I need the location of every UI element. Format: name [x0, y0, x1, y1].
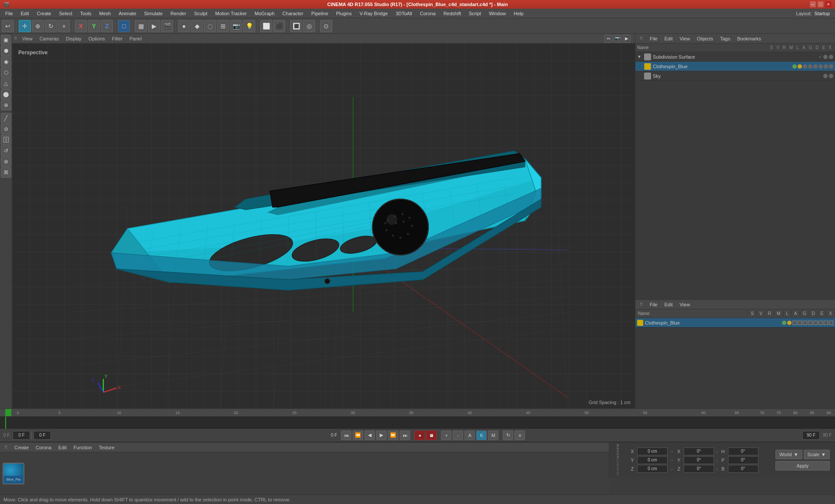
menu-mesh[interactable]: Mesh — [96, 10, 114, 17]
menu-tools[interactable]: Tools — [77, 10, 95, 17]
timeline-start-marker[interactable] — [5, 409, 11, 417]
tc-loop-btn[interactable]: ↻ — [503, 431, 513, 440]
undo-button[interactable]: ↩ — [2, 20, 14, 32]
coord-p-field[interactable]: 0° — [728, 456, 758, 464]
left-btn-4[interactable]: ⬡ — [1, 67, 11, 78]
coord-world-dropdown[interactable]: World ▼ — [775, 450, 802, 459]
menu-mograph[interactable]: MoGraph — [251, 10, 278, 17]
coord-z-rot[interactable]: 0° — [684, 465, 714, 473]
x-axis-btn[interactable]: X — [75, 20, 87, 32]
coord-apply-button[interactable]: Apply — [775, 461, 830, 471]
mat-swatch-blue[interactable]: Blue_Pla — [3, 463, 24, 484]
om-menu-tags[interactable]: Tags — [718, 35, 733, 42]
left-btn-12[interactable]: ⊛ — [1, 156, 11, 167]
coord-y-rot[interactable]: 0° — [684, 456, 714, 464]
left-btn-9[interactable]: ⊘ — [1, 124, 11, 134]
coord-b-field[interactable]: 0° — [728, 465, 758, 473]
menu-help[interactable]: Help — [510, 10, 527, 17]
coord-x-pos[interactable]: 0 cm — [637, 448, 668, 455]
polygon-btn[interactable]: ◆ — [191, 20, 203, 32]
menu-vray[interactable]: V-Ray Bridge — [356, 10, 391, 17]
menu-file[interactable]: File — [2, 10, 17, 17]
tab-view[interactable]: View — [19, 35, 36, 42]
floor-btn[interactable]: ⬜ — [260, 20, 272, 32]
menu-corona[interactable]: Corona — [417, 10, 439, 17]
viewport-3d[interactable]: Perspective Grid Spacing : 1 cm — [12, 43, 635, 408]
menu-motion-tracker[interactable]: Motion Tracker — [212, 10, 250, 17]
mat-menu-texture[interactable]: Texture — [96, 444, 117, 451]
tc-stop-btn[interactable]: ⏹ — [426, 431, 437, 440]
y-axis-btn[interactable]: Y — [88, 20, 100, 32]
render-btn[interactable]: 🎬 — [161, 20, 173, 32]
left-btn-10[interactable]: 🅂 — [1, 135, 11, 145]
left-btn-1[interactable]: ▣ — [1, 35, 11, 45]
close-button[interactable]: ✕ — [825, 1, 832, 7]
menu-3dtoall[interactable]: 3DToAll — [392, 10, 416, 17]
menu-sculpt[interactable]: Sculpt — [190, 10, 211, 17]
om-item-clothespin[interactable]: Clothespin_Blue — [635, 62, 835, 71]
left-btn-11[interactable]: ↺ — [1, 146, 11, 156]
menu-render[interactable]: Render — [167, 10, 190, 17]
tc-key-remove-btn[interactable]: - — [453, 431, 463, 440]
mat-menu-corona[interactable]: Corona — [33, 444, 54, 451]
maximize-button[interactable]: □ — [818, 1, 824, 7]
menu-edit[interactable]: Edit — [17, 10, 33, 17]
menu-simulate[interactable]: Simulate — [140, 10, 166, 17]
sphere-btn[interactable]: ● — [178, 20, 190, 32]
texture-btn[interactable]: 🔳 — [290, 20, 302, 32]
om-expand-subdivision[interactable]: ▼ — [637, 54, 642, 60]
render-region-btn[interactable]: ▦ — [135, 20, 147, 32]
om-menu-view[interactable]: View — [677, 35, 693, 42]
vp-expand-btn[interactable]: ⇔ — [605, 35, 612, 43]
om-item-subdivision[interactable]: ▼ Subdivision Surface ✓ — [635, 52, 835, 62]
mat-menu-function[interactable]: Function — [71, 444, 94, 451]
tab-panel[interactable]: Panel — [126, 35, 145, 42]
pm-menu-edit[interactable]: Edit — [662, 301, 675, 308]
om-menu-file[interactable]: File — [647, 35, 660, 42]
menu-select[interactable]: Select — [56, 10, 76, 17]
om-menu-objects[interactable]: Objects — [694, 35, 715, 42]
pm-menu-file[interactable]: File — [647, 301, 660, 308]
scale-tool-button[interactable]: ⊕ — [32, 20, 44, 32]
menu-animate[interactable]: Animate — [115, 10, 140, 17]
left-btn-6[interactable]: ⬤ — [1, 89, 11, 99]
tc-goto-end-btn[interactable]: ⏭ — [400, 431, 410, 440]
menu-window[interactable]: Window — [485, 10, 509, 17]
object-button[interactable]: + — [58, 20, 70, 32]
timeline-playhead[interactable] — [5, 417, 6, 429]
light-btn[interactable]: 💡 — [243, 20, 255, 32]
left-btn-7[interactable]: ⊕ — [1, 100, 11, 110]
coord-h-field[interactable]: 0° — [728, 448, 758, 455]
left-btn-5[interactable]: △ — [1, 78, 11, 89]
camera-btn[interactable]: 📷 — [230, 20, 242, 32]
tc-key-add-btn[interactable]: + — [441, 431, 451, 440]
left-btn-8[interactable]: ╱ — [1, 113, 11, 123]
material-btn[interactable]: ◎ — [303, 20, 315, 32]
left-btn-13[interactable]: ⌘ — [1, 167, 11, 178]
tc-auto-key-btn[interactable]: A — [464, 431, 475, 440]
sky-btn[interactable]: ⬛ — [273, 20, 285, 32]
coord-x-rot[interactable]: 0° — [684, 448, 714, 455]
vp-camera-btn[interactable]: 📷 — [614, 35, 621, 43]
tc-record-btn[interactable]: ● — [414, 431, 425, 440]
mat-menu-edit[interactable]: Edit — [56, 444, 69, 451]
menu-script[interactable]: Script — [465, 10, 484, 17]
om-item-sky[interactable]: ▶ Sky — [635, 71, 835, 81]
om-menu-bookmarks[interactable]: Bookmarks — [735, 35, 764, 42]
minimize-button[interactable]: ─ — [810, 1, 816, 7]
vp-render-btn[interactable]: ▶ — [623, 35, 631, 43]
left-btn-2[interactable]: ⬢ — [1, 46, 11, 56]
tc-play-btn[interactable]: ▶ — [376, 431, 387, 440]
tc-motion-btn[interactable]: M — [488, 431, 498, 440]
object-mode-btn[interactable]: □ — [118, 20, 130, 32]
tc-play-reverse-btn[interactable]: ◀ — [364, 431, 375, 440]
tc-current-frame-input[interactable] — [33, 431, 51, 440]
tc-goto-start-btn[interactable]: ⏮ — [341, 431, 351, 440]
move-tool-button[interactable]: ✛ — [19, 20, 31, 32]
mat-menu-create[interactable]: Create — [12, 444, 31, 451]
z-axis-btn[interactable]: Z — [101, 20, 113, 32]
tc-settings-btn[interactable]: ≡ — [514, 431, 525, 440]
coord-y-pos[interactable]: 0 cm — [637, 456, 668, 464]
render-view-btn[interactable]: ▶ — [148, 20, 160, 32]
menu-character[interactable]: Character — [279, 10, 307, 17]
